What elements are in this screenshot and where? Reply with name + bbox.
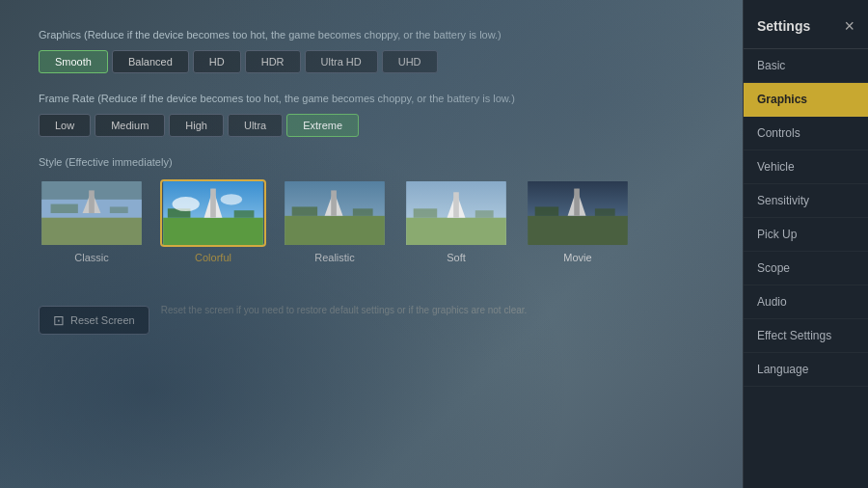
svg-rect-30 — [574, 189, 580, 216]
framerate-label: Frame Rate (Reduce if the device becomes… — [39, 93, 704, 104]
svg-rect-1 — [41, 213, 142, 245]
svg-point-13 — [173, 197, 200, 211]
svg-rect-5 — [51, 204, 78, 213]
style-colorful-name: Colorful — [195, 252, 231, 263]
style-classic-img — [39, 179, 145, 247]
reset-screen-button[interactable]: ⊡ Reset Screen — [39, 306, 149, 335]
quality-hdr-btn[interactable]: HDR — [245, 50, 301, 73]
svg-rect-31 — [535, 206, 559, 215]
main-panel: Graphics (Reduce if the device becomes t… — [0, 0, 743, 488]
quality-ultrahd-btn[interactable]: Ultra HD — [305, 50, 378, 73]
style-classic-name: Classic — [74, 252, 108, 263]
sidebar-item-language[interactable]: Language — [744, 353, 868, 387]
sidebar-item-audio[interactable]: Audio — [744, 285, 868, 319]
style-classic-card[interactable]: Classic — [39, 179, 145, 263]
sidebar-item-controls[interactable]: Controls — [744, 117, 868, 150]
sidebar-item-pickup[interactable]: Pick Up — [744, 218, 868, 252]
graphics-quality-group: Smooth Balanced HD HDR Ultra HD UHD — [39, 50, 704, 73]
reset-hint-text: Reset the screen if you need to restore … — [161, 305, 528, 315]
monitor-icon: ⊡ — [53, 312, 65, 328]
close-button[interactable]: × — [844, 17, 854, 35]
quality-smooth-btn[interactable]: Smooth — [39, 50, 108, 73]
svg-rect-32 — [595, 208, 615, 216]
svg-rect-16 — [285, 216, 385, 245]
sidebar: Settings × Basic Graphics Controls Vehic… — [743, 0, 868, 488]
sidebar-item-sensitivity[interactable]: Sensitivity — [744, 184, 868, 218]
sidebar-item-vehicle[interactable]: Vehicle — [744, 150, 868, 184]
svg-rect-22 — [406, 218, 506, 245]
sidebar-item-effect[interactable]: Effect Settings — [744, 319, 868, 353]
style-cards: Classic — [39, 179, 704, 263]
style-realistic-card[interactable]: Realistic — [282, 179, 388, 263]
svg-rect-6 — [110, 206, 128, 213]
style-colorful-img — [160, 179, 266, 247]
style-movie-name: Movie — [563, 252, 591, 263]
svg-rect-26 — [475, 210, 494, 218]
quality-uhd-btn[interactable]: UHD — [382, 50, 438, 73]
svg-point-14 — [221, 194, 243, 204]
svg-rect-20 — [353, 208, 373, 216]
framerate-medium-btn[interactable]: Medium — [95, 114, 165, 137]
sidebar-item-basic[interactable]: Basic — [744, 49, 868, 83]
style-colorful-card[interactable]: Colorful — [160, 179, 266, 263]
framerate-high-btn[interactable]: High — [169, 114, 224, 137]
svg-rect-28 — [528, 216, 628, 245]
style-realistic-img — [282, 179, 388, 247]
framerate-low-btn[interactable]: Low — [39, 114, 91, 137]
framerate-extreme-btn[interactable]: Extreme — [286, 114, 359, 137]
style-section: Style (Effective immediately) Classic — [39, 156, 704, 263]
style-movie-img — [525, 179, 631, 247]
reset-btn-label: Reset Screen — [70, 314, 135, 326]
style-realistic-name: Realistic — [314, 252, 355, 263]
style-label: Style (Effective immediately) — [39, 156, 704, 168]
style-soft-name: Soft — [447, 252, 466, 263]
framerate-group: Low Medium High Ultra Extreme — [39, 114, 704, 137]
style-soft-img — [403, 179, 509, 247]
svg-rect-24 — [453, 192, 459, 217]
sidebar-header: Settings × — [744, 10, 868, 49]
svg-rect-18 — [331, 190, 337, 215]
svg-rect-25 — [414, 208, 438, 217]
svg-rect-10 — [210, 189, 216, 218]
graphics-quality-label: Graphics (Reduce if the device becomes t… — [39, 29, 704, 41]
style-movie-card[interactable]: Movie — [525, 179, 631, 263]
svg-rect-19 — [292, 206, 317, 215]
framerate-ultra-btn[interactable]: Ultra — [228, 114, 283, 137]
quality-hd-btn[interactable]: HD — [193, 50, 241, 73]
sidebar-item-graphics[interactable]: Graphics — [744, 83, 868, 117]
settings-title: Settings — [757, 18, 810, 34]
sidebar-item-scope[interactable]: Scope — [744, 252, 868, 285]
quality-balanced-btn[interactable]: Balanced — [112, 50, 189, 73]
svg-rect-8 — [163, 218, 263, 245]
svg-rect-12 — [234, 210, 255, 218]
style-soft-card[interactable]: Soft — [403, 179, 509, 263]
svg-rect-4 — [89, 190, 95, 213]
